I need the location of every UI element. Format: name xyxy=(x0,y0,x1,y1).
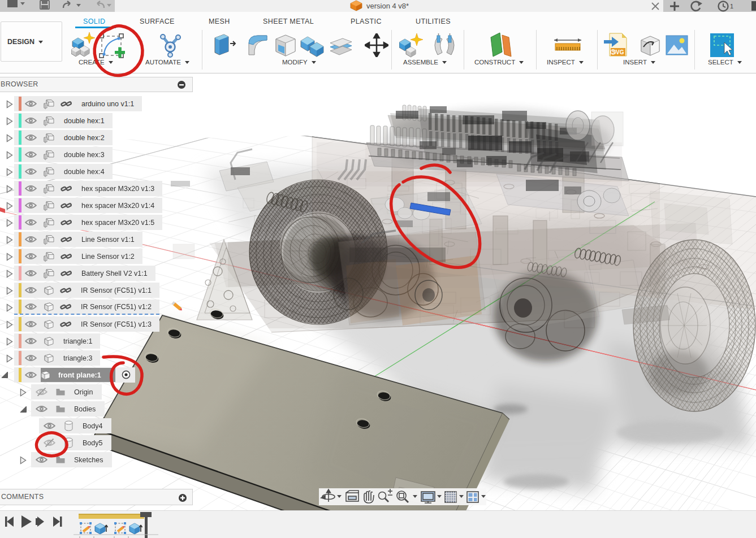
svg-text:1: 1 xyxy=(730,3,733,10)
